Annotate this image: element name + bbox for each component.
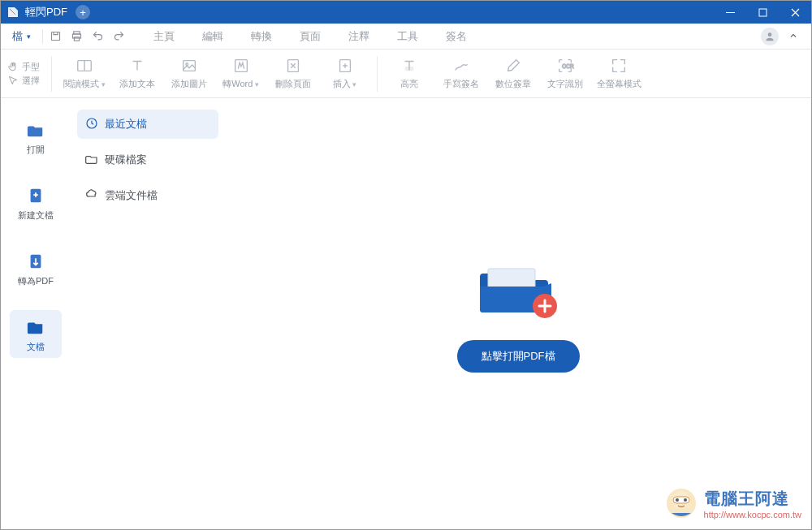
sidebar-icon [25, 187, 46, 206]
ribbon-btn-7[interactable]: 手寫簽名 [441, 56, 482, 92]
sidebar-item-3[interactable]: 文檔 [10, 310, 62, 358]
select-tool-label: 選擇 [22, 75, 40, 87]
ribbon-btn-0[interactable]: 閱讀模式 [63, 56, 106, 92]
subpanel-icon [85, 188, 98, 204]
redo-icon[interactable] [111, 29, 126, 44]
separator [377, 56, 378, 92]
ribbon-btn-label: 文字識別 [547, 78, 583, 90]
ribbon-btn-label: 數位簽章 [495, 78, 531, 90]
watermark: 電腦王阿達 http://www.kocpc.com.tw [663, 485, 801, 521]
ribbon-btn-4[interactable]: 刪除頁面 [273, 56, 313, 92]
sidebar-label: 轉為PDF [18, 275, 54, 287]
svg-point-24 [684, 498, 687, 502]
menu-tab-4[interactable]: 注釋 [335, 24, 382, 49]
ribbon-btn-label: 閱讀模式 [63, 78, 106, 90]
ribbon-btn-8[interactable]: 數位簽章 [493, 56, 533, 92]
svg-rect-2 [51, 32, 59, 41]
chevron-down-icon: ▾ [27, 32, 31, 41]
minimize-button[interactable] [714, 1, 746, 24]
subpanel-label: 最近文檔 [105, 118, 147, 131]
sidebar-label: 打開 [27, 144, 45, 156]
sidebar-icon [25, 318, 46, 338]
hand-tool-label: 手型 [22, 61, 40, 73]
ribbon-btn-label: 插入 [333, 78, 357, 90]
open-folder-illustration[interactable] [473, 256, 563, 321]
file-menu[interactable]: 檔 ▾ [6, 26, 37, 47]
maximize-button[interactable] [746, 1, 779, 24]
open-pdf-button[interactable]: 點擊打開PDF檔 [457, 340, 580, 373]
sidebar: 打開新建文檔轉為PDF文檔 [1, 98, 71, 529]
hand-tool[interactable]: 手型 [7, 61, 40, 73]
subpanel: 最近文檔硬碟檔案雲端文件檔 [71, 98, 225, 529]
sidebar-icon [25, 121, 46, 140]
ribbon-btn-label: 添加文本 [119, 78, 155, 90]
user-avatar[interactable] [761, 28, 779, 45]
separator [42, 29, 43, 44]
ribbon-btn-label: 全螢幕模式 [597, 78, 641, 90]
ribbon-left-tools: 手型 選擇 [7, 61, 40, 87]
ribbon-btn-3[interactable]: 轉Word [221, 56, 261, 92]
ribbon-btn-label: 高亮 [400, 78, 418, 90]
watermark-name: 電腦王阿達 [704, 488, 801, 510]
ribbon-buttons: 閱讀模式添加文本添加圖片轉Word刪除頁面插入高亮手寫簽名數位簽章OCR文字識別… [63, 56, 641, 92]
menu-tab-0[interactable]: 主頁 [140, 24, 188, 49]
svg-text:OCR: OCR [562, 63, 574, 69]
svg-point-6 [768, 32, 772, 37]
subpanel-icon [85, 117, 98, 132]
svg-rect-5 [74, 37, 79, 41]
menu-tab-1[interactable]: 編輯 [189, 24, 236, 49]
svg-rect-0 [726, 12, 735, 13]
sidebar-label: 文檔 [27, 341, 45, 353]
sidebar-item-2[interactable]: 轉為PDF [10, 244, 62, 292]
ribbon-btn-label: 刪除頁面 [275, 78, 311, 90]
subpanel-icon [85, 153, 98, 168]
ribbon-btn-label: 轉Word [222, 78, 259, 90]
subpanel-item-1[interactable]: 硬碟檔案 [77, 145, 218, 175]
watermark-mascot-icon [663, 485, 699, 521]
app-title: 輕閃PDF [25, 5, 67, 19]
watermark-url: http://www.kocpc.com.tw [704, 510, 801, 519]
menu-tab-6[interactable]: 簽名 [433, 24, 480, 49]
menu-tab-5[interactable]: 工具 [384, 24, 431, 49]
subpanel-item-2[interactable]: 雲端文件檔 [77, 181, 218, 210]
body: 打開新建文檔轉為PDF文檔 最近文檔硬碟檔案雲端文件檔 點擊打開PDF檔 [1, 98, 811, 529]
menu-tabs: 主頁編輯轉換頁面注釋工具簽名 [140, 24, 480, 49]
svg-rect-13 [405, 67, 412, 71]
sidebar-item-0[interactable]: 打開 [10, 113, 62, 161]
titlebar: 輕閃PDF + [1, 1, 811, 24]
menu-tab-2[interactable]: 轉換 [238, 24, 285, 49]
sidebar-label: 新建文檔 [18, 209, 54, 222]
menu-tab-3[interactable]: 頁面 [287, 24, 334, 49]
ribbon: 手型 選擇 閱讀模式添加文本添加圖片轉Word刪除頁面插入高亮手寫簽名數位簽章O… [1, 50, 811, 98]
ribbon-btn-10[interactable]: 全螢幕模式 [597, 56, 641, 92]
subpanel-label: 硬碟檔案 [105, 153, 147, 167]
ribbon-btn-label: 添加圖片 [171, 78, 207, 90]
subpanel-label: 雲端文件檔 [105, 189, 158, 203]
ribbon-btn-9[interactable]: OCR文字識別 [545, 56, 585, 92]
ribbon-btn-label: 手寫簽名 [443, 78, 479, 90]
ribbon-btn-6[interactable]: 高亮 [389, 56, 430, 92]
quick-access-toolbar [48, 29, 126, 44]
menubar: 檔 ▾ 主頁編輯轉換頁面注釋工具簽名 [1, 24, 811, 50]
ribbon-btn-2[interactable]: 添加圖片 [169, 56, 209, 92]
close-button[interactable] [779, 1, 811, 24]
ribbon-btn-5[interactable]: 插入 [325, 56, 365, 92]
sidebar-item-1[interactable]: 新建文檔 [10, 179, 62, 226]
content-area: 點擊打開PDF檔 電腦王阿達 http://www.kocpc.com.tw [225, 98, 811, 529]
select-tool[interactable]: 選擇 [7, 75, 40, 87]
save-icon[interactable] [48, 29, 63, 44]
ribbon-btn-1[interactable]: 添加文本 [117, 56, 158, 92]
subpanel-item-0[interactable]: 最近文檔 [77, 110, 218, 139]
sidebar-icon [25, 252, 46, 272]
collapse-ribbon-icon[interactable] [788, 29, 798, 44]
app-window: 輕閃PDF + 檔 ▾ 主頁編輯轉換頁面注釋工具簽名 [0, 0, 812, 530]
print-icon[interactable] [69, 29, 84, 44]
app-logo-icon [6, 5, 20, 19]
svg-rect-1 [759, 9, 767, 16]
svg-point-23 [676, 498, 679, 502]
file-menu-label: 檔 [12, 29, 23, 44]
undo-icon[interactable] [90, 29, 105, 44]
new-tab-button[interactable]: + [76, 5, 90, 19]
separator [51, 56, 52, 92]
